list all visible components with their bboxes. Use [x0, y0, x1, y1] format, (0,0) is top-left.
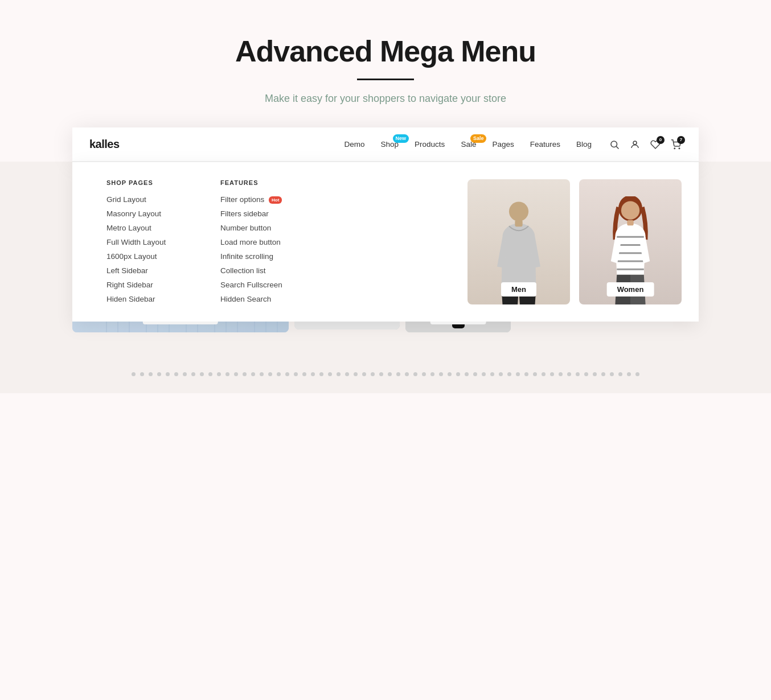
dot — [533, 372, 537, 376]
dot — [473, 372, 477, 376]
dot — [208, 372, 212, 376]
browser-demo: kalles Demo Shop New Products Sale Sale … — [72, 127, 699, 162]
dot — [362, 372, 366, 376]
dot — [507, 372, 511, 376]
dot — [217, 372, 221, 376]
dot — [439, 372, 443, 376]
menu-item-left-sidebar[interactable]: Left Sidebar — [106, 266, 198, 275]
dot — [482, 372, 486, 376]
menu-item-number-button[interactable]: Number button — [220, 224, 311, 232]
search-icon[interactable] — [609, 139, 620, 150]
shop-pages-heading: SHOP PAGES — [106, 179, 198, 186]
dot — [618, 372, 622, 376]
men-card-label: Men — [501, 282, 536, 297]
nav-logo[interactable]: kalles — [89, 138, 120, 151]
dot — [260, 372, 264, 376]
dot — [285, 372, 289, 376]
dot — [268, 372, 272, 376]
hero-subtitle: Make it easy for your shoppers to naviga… — [11, 93, 760, 105]
dot — [345, 372, 349, 376]
menu-item-hidden-sidebar[interactable]: Hiden Sidebar — [106, 295, 198, 303]
dot — [140, 372, 144, 376]
nav-item-products[interactable]: Products — [415, 140, 445, 149]
dots-pattern — [129, 355, 642, 393]
sale-badge: Sale — [470, 134, 487, 143]
svg-rect-14 — [627, 220, 633, 226]
dot — [422, 372, 426, 376]
dot — [311, 372, 315, 376]
menu-item-right-sidebar[interactable]: Right Sidebar — [106, 281, 198, 289]
menu-item-filters-sidebar[interactable]: Filters sidebar — [220, 209, 311, 218]
menu-item-infinite-scroll[interactable]: Infinite scrolling — [220, 252, 311, 261]
dot — [388, 372, 392, 376]
dot — [302, 372, 306, 376]
dot — [132, 372, 136, 376]
dot — [225, 372, 229, 376]
wishlist-icon[interactable]: 0 — [650, 139, 661, 150]
dot — [610, 372, 614, 376]
account-icon[interactable] — [629, 139, 641, 150]
menu-item-search-fullscreen[interactable]: Search Fullscreen — [220, 281, 311, 289]
dot — [601, 372, 605, 376]
dot — [456, 372, 460, 376]
features-list: Filter options Hot Filters sidebar Numbe… — [220, 195, 311, 303]
dot — [413, 372, 417, 376]
dot — [627, 372, 631, 376]
dot — [328, 372, 332, 376]
dot — [396, 372, 400, 376]
dot — [593, 372, 597, 376]
dot — [174, 372, 178, 376]
svg-line-1 — [616, 146, 618, 149]
menu-image-cards: Men — [467, 179, 682, 304]
nav-item-sale[interactable]: Sale Sale — [461, 140, 476, 149]
menu-item-1600px-layout[interactable]: 1600px Layout — [106, 252, 198, 261]
svg-point-2 — [633, 141, 637, 145]
dot — [499, 372, 503, 376]
shop-pages-column: SHOP PAGES Grid Layout Masonry Layout Me… — [106, 179, 198, 304]
menu-item-load-more[interactable]: Load more button — [220, 238, 311, 246]
dot — [405, 372, 409, 376]
dot — [157, 372, 161, 376]
nav-item-blog[interactable]: Blog — [576, 140, 592, 149]
dot — [448, 372, 452, 376]
dot — [379, 372, 383, 376]
menu-item-metro-layout[interactable]: Metro Layout — [106, 224, 198, 232]
menu-item-collection-list[interactable]: Collection list — [220, 266, 311, 275]
menu-item-grid-layout[interactable]: Grid Layout — [106, 195, 198, 204]
dot — [371, 372, 375, 376]
dot — [567, 372, 571, 376]
dot — [243, 372, 247, 376]
features-column: FEATURES Filter options Hot Filters side… — [220, 179, 311, 304]
svg-rect-6 — [515, 220, 522, 227]
menu-item-masonry-layout[interactable]: Masonry Layout — [106, 209, 198, 218]
dot — [635, 372, 639, 376]
nav-item-shop[interactable]: Shop New — [381, 140, 399, 149]
nav-item-features[interactable]: Features — [530, 140, 560, 149]
dot — [149, 372, 153, 376]
dot — [337, 372, 341, 376]
dot — [584, 372, 588, 376]
dot — [516, 372, 520, 376]
svg-point-4 — [679, 148, 680, 149]
title-divider — [357, 79, 414, 80]
menu-item-filter-options[interactable]: Filter options Hot — [220, 195, 311, 204]
cart-icon[interactable]: 7 — [670, 139, 682, 150]
svg-point-8 — [621, 201, 639, 220]
dot — [490, 372, 494, 376]
menu-item-hidden-search[interactable]: Hidden Search — [220, 295, 311, 303]
dot — [542, 372, 546, 376]
nav-icons: 0 7 — [609, 139, 682, 150]
dot — [465, 372, 469, 376]
dot — [191, 372, 195, 376]
shop-pages-list: Grid Layout Masonry Layout Metro Layout … — [106, 195, 198, 303]
svg-point-5 — [509, 202, 528, 221]
dot — [354, 372, 358, 376]
nav-item-pages[interactable]: Pages — [492, 140, 514, 149]
menu-image-women[interactable]: Women — [579, 179, 682, 304]
svg-point-3 — [674, 148, 675, 149]
nav-item-demo[interactable]: Demo — [345, 140, 365, 149]
dot — [576, 372, 580, 376]
menu-item-fullwidth-layout[interactable]: Full Width Layout — [106, 238, 198, 246]
menu-image-men[interactable]: Men — [467, 179, 570, 304]
new-badge: New — [393, 134, 409, 143]
